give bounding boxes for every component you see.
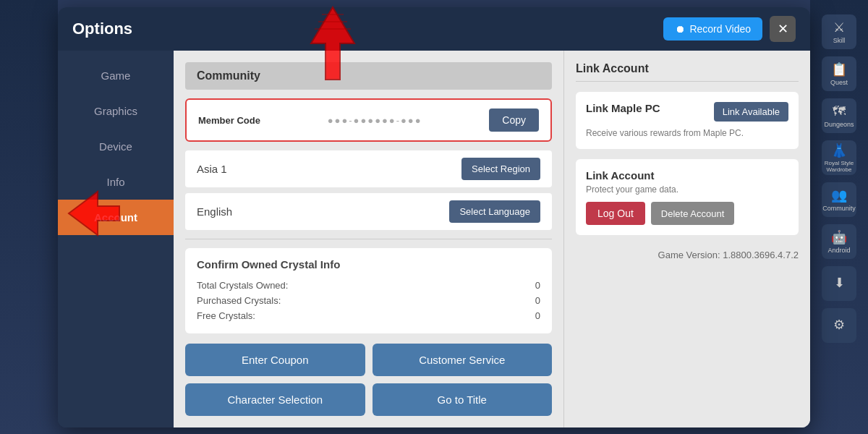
settings-gear-icon[interactable]: ⚙ bbox=[822, 308, 856, 343]
divider bbox=[185, 239, 552, 239]
sidebar-item-device[interactable]: Device bbox=[58, 129, 174, 164]
sidebar-item-info[interactable]: Info bbox=[58, 164, 174, 200]
link-maple-pc-card: Link Maple PC Link Available Receive var… bbox=[576, 92, 799, 149]
maple-pc-title: Link Maple PC bbox=[586, 102, 660, 114]
modal-overlay: Options ⏺ Record Video ✕ Game Graphics bbox=[58, 0, 810, 434]
crystal-row-purchased: Purchased Crystals: 0 bbox=[197, 293, 540, 308]
modal-header: Options ⏺ Record Video ✕ bbox=[58, 7, 810, 51]
link-account-card-title: Link Account bbox=[586, 169, 654, 182]
member-code-label: Member Code bbox=[198, 115, 260, 126]
link-maple-pc-header: Link Maple PC Link Available bbox=[586, 102, 788, 122]
game-version: Game Version: 1.8800.3696.4.7.2 bbox=[576, 250, 799, 260]
enter-coupon-button[interactable]: Enter Coupon bbox=[185, 344, 365, 376]
region-row: Asia 1 Select Region bbox=[185, 150, 552, 187]
download-icon[interactable]: ⬇ bbox=[822, 266, 856, 301]
link-account-title: Link Account bbox=[576, 62, 799, 82]
left-panel: Community Member Code ●●●-●●●●●●-●●● Cop… bbox=[174, 51, 564, 427]
content-area: Community Member Code ●●●-●●●●●●-●●● Cop… bbox=[174, 51, 810, 427]
language-value: English bbox=[197, 205, 232, 218]
delete-account-button[interactable]: Delete Account bbox=[651, 202, 734, 225]
select-language-button[interactable]: Select Language bbox=[449, 200, 540, 223]
nav-sidebar: Game Graphics Device Info Account bbox=[58, 51, 174, 427]
community-header: Community bbox=[185, 62, 552, 90]
header-actions: ⏺ Record Video ✕ bbox=[663, 16, 796, 42]
sidebar-item-game[interactable]: Game bbox=[58, 58, 174, 93]
link-account-card: Link Account Protect your game data. Log… bbox=[576, 159, 799, 235]
character-selection-button[interactable]: Character Selection bbox=[185, 383, 365, 416]
skill-icon[interactable]: ⚔ Skill bbox=[822, 14, 856, 49]
logout-button[interactable]: Log Out bbox=[586, 202, 645, 225]
action-buttons: Enter Coupon Customer Service Character … bbox=[185, 344, 552, 416]
member-code-box: Member Code ●●●-●●●●●●-●●● Copy bbox=[185, 98, 552, 142]
crystal-row-free: Free Crystals: 0 bbox=[197, 308, 540, 323]
right-sidebar: ⚔ Skill 📋 Quest 🗺 Dungeons 👗 Royal Style… bbox=[810, 0, 868, 434]
language-row: English Select Language bbox=[185, 193, 552, 230]
crystal-title: Confirm Owned Crystal Info bbox=[197, 258, 540, 271]
community-icon[interactable]: 👥 Community bbox=[822, 182, 856, 217]
sidebar-item-account[interactable]: Account bbox=[58, 200, 174, 235]
crystal-section: Confirm Owned Crystal Info Total Crystal… bbox=[185, 248, 552, 333]
link-account-buttons: Log Out Delete Account bbox=[586, 202, 788, 225]
maple-pc-desc: Receive various rewards from Maple PC. bbox=[586, 128, 744, 138]
right-panel: Link Account Link Maple PC Link Availabl… bbox=[564, 51, 810, 427]
modal-title: Options bbox=[72, 20, 132, 38]
link-account-header: Link Account bbox=[586, 169, 788, 182]
go-to-title-button[interactable]: Go to Title bbox=[373, 383, 553, 416]
close-button[interactable]: ✕ bbox=[770, 16, 796, 42]
customer-service-button[interactable]: Customer Service bbox=[373, 344, 553, 376]
sidebar-item-graphics[interactable]: Graphics bbox=[58, 93, 174, 129]
record-video-button[interactable]: ⏺ Record Video bbox=[663, 17, 762, 41]
dungeons-icon[interactable]: 🗺 Dungeons bbox=[822, 98, 856, 133]
region-value: Asia 1 bbox=[197, 163, 227, 175]
android-icon[interactable]: 🤖 Android bbox=[822, 224, 856, 259]
copy-button[interactable]: Copy bbox=[489, 109, 539, 132]
game-bg-left bbox=[0, 0, 58, 434]
quest-icon[interactable]: 📋 Quest bbox=[822, 56, 856, 91]
record-icon: ⏺ bbox=[675, 23, 685, 35]
link-account-desc: Protect your game data. bbox=[586, 184, 788, 195]
member-code-value: ●●●-●●●●●●-●●● bbox=[260, 115, 489, 126]
options-modal: Options ⏺ Record Video ✕ Game Graphics bbox=[58, 7, 810, 427]
modal-body: Game Graphics Device Info Account bbox=[58, 51, 810, 427]
link-available-button[interactable]: Link Available bbox=[714, 102, 788, 122]
wardrobe-icon[interactable]: 👗 Royal Style Wardrobe bbox=[822, 140, 856, 175]
select-region-button[interactable]: Select Region bbox=[461, 158, 540, 180]
crystal-row-total: Total Crystals Owned: 0 bbox=[197, 278, 540, 293]
